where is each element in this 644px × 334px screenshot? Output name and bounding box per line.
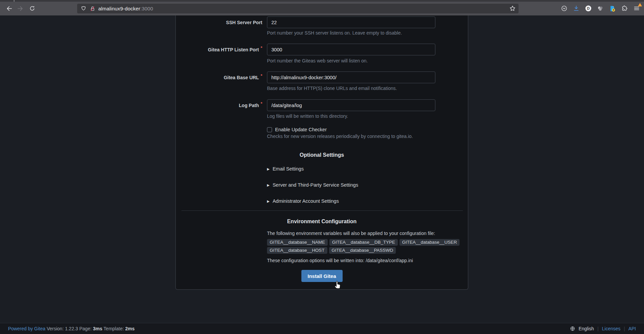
ssh-server-port-help: Port number your SSH server listens on. … (267, 30, 402, 36)
save-page-icon (609, 5, 616, 12)
forward-button[interactable] (15, 3, 25, 13)
bookmark-star-button[interactable] (509, 5, 516, 12)
reload-icon (29, 5, 35, 11)
downloads-button[interactable] (571, 4, 581, 13)
update-checker-help: Checks for new version releases periodic… (267, 134, 413, 139)
install-gitea-button[interactable]: Install Gitea (301, 270, 342, 282)
footer-template-ms: 2ms (125, 326, 135, 331)
expand-arrow-icon (267, 182, 273, 188)
extensions-button[interactable] (620, 4, 629, 13)
footer-separator: | (624, 326, 625, 331)
footer-page-ms: 3ms (93, 326, 102, 331)
ssh-server-port-input[interactable] (267, 16, 435, 28)
env-variable-badge: GITEA__database__DB_TYPE (329, 239, 398, 246)
http-listen-port-help: Port number the Giteas web server will l… (267, 58, 368, 63)
extension-d-icon: D (585, 5, 592, 12)
log-path-help: Log files will be written to this direct… (267, 113, 348, 119)
base-url-label: Gitea Base URL* (176, 71, 262, 83)
save-page-button[interactable] (607, 4, 617, 13)
menu-button[interactable] (632, 4, 641, 13)
download-icon (573, 5, 580, 12)
url-bar[interactable]: almalinux9-docker:3000 (77, 4, 519, 13)
required-asterisk: * (261, 101, 262, 106)
gitea-install-page: SSH Server Port Port number your SSH ser… (0, 15, 644, 323)
http-listen-port-input[interactable] (267, 44, 435, 55)
env-variable-badges-row1: GITEA__database__NAME GITEA__database__D… (267, 239, 460, 246)
back-button[interactable] (4, 3, 14, 13)
page-footer: Powered by Gitea Version: 1.22.3 Page: 3… (0, 323, 644, 334)
update-checker-checkbox[interactable] (267, 127, 272, 132)
env-variable-badge: GITEA__database__HOST (267, 247, 327, 254)
pocket-icon (561, 5, 568, 12)
powered-by-gitea-link[interactable]: Powered by Gitea (8, 326, 45, 331)
environment-configuration-heading: Environment Configuration (176, 219, 468, 225)
http-listen-port-label: Gitea HTTP Listen Port* (176, 44, 262, 55)
server-service-settings-label: Server and Third-Party Service Settings (273, 182, 358, 188)
extension-d-button[interactable]: D (583, 4, 593, 13)
env-variable-badge: GITEA__database__NAME (267, 239, 328, 246)
url-text: almalinux9-docker:3000 (98, 6, 153, 11)
footer-version-text: Version: 1.22.3 Page: (47, 326, 93, 331)
required-asterisk: * (261, 45, 262, 50)
expand-arrow-icon (267, 166, 273, 172)
toolbar-icon-cluster: D (559, 3, 641, 13)
tracking-shield-icon[interactable] (80, 6, 87, 12)
url-port: :3000 (140, 6, 153, 11)
env-variable-badges-row2: GITEA__database__HOST GITEA__database__P… (267, 247, 396, 254)
containers-icon (597, 5, 604, 12)
footer-meta: Powered by Gitea Version: 1.22.3 Page: 3… (8, 326, 135, 331)
licenses-link[interactable]: Licenses (602, 326, 621, 331)
env-variable-badge: GITEA__database__PASSWD (329, 247, 396, 254)
update-checker-row: Enable Update Checker (267, 127, 327, 132)
log-path-label: Log Path* (176, 99, 262, 111)
email-settings-label: Email Settings (273, 166, 304, 172)
update-checker-label[interactable]: Enable Update Checker (275, 127, 327, 132)
back-icon (6, 5, 12, 12)
env-intro-text: The following environment variables will… (267, 231, 435, 236)
containers-button[interactable] (595, 4, 605, 13)
admin-account-settings-toggle[interactable]: Administrator Account Settings (267, 197, 339, 205)
email-settings-toggle[interactable]: Email Settings (267, 165, 304, 173)
required-asterisk: * (261, 73, 262, 78)
svg-text:D: D (587, 6, 590, 10)
install-form-panel: SSH Server Port Port number your SSH ser… (175, 15, 468, 290)
reload-button[interactable] (27, 3, 37, 13)
expand-arrow-icon (267, 198, 273, 204)
section-divider (181, 210, 463, 211)
extensions-puzzle-icon (621, 5, 628, 12)
globe-icon (570, 326, 575, 331)
env-variable-badge: GITEA__database__USER (399, 239, 460, 246)
log-path-input[interactable] (267, 99, 435, 111)
base-url-help: Base address for HTTP(S) clone URLs and … (267, 86, 397, 91)
server-service-settings-toggle[interactable]: Server and Third-Party Service Settings (267, 181, 358, 189)
screen: almalinux9-docker:3000 D (0, 0, 644, 334)
menu-warning-badge (638, 3, 642, 6)
ssh-server-port-label: SSH Server Port (176, 16, 262, 28)
browser-toolbar: almalinux9-docker:3000 D (0, 2, 644, 15)
insecure-lock-icon[interactable] (90, 6, 96, 12)
pocket-button[interactable] (559, 4, 569, 13)
api-link[interactable]: API (628, 326, 636, 331)
admin-account-settings-label: Administrator Account Settings (273, 198, 339, 204)
footer-separator: | (597, 326, 599, 331)
language-selector[interactable]: English (579, 326, 594, 331)
footer-template-text: Template: (102, 326, 125, 331)
base-url-input[interactable] (267, 71, 435, 83)
optional-settings-heading: Optional Settings (176, 152, 468, 158)
env-outro-text: These configuration options will be writ… (267, 258, 413, 263)
footer-links: English | Licenses | API (570, 326, 636, 331)
forward-icon (17, 5, 23, 12)
